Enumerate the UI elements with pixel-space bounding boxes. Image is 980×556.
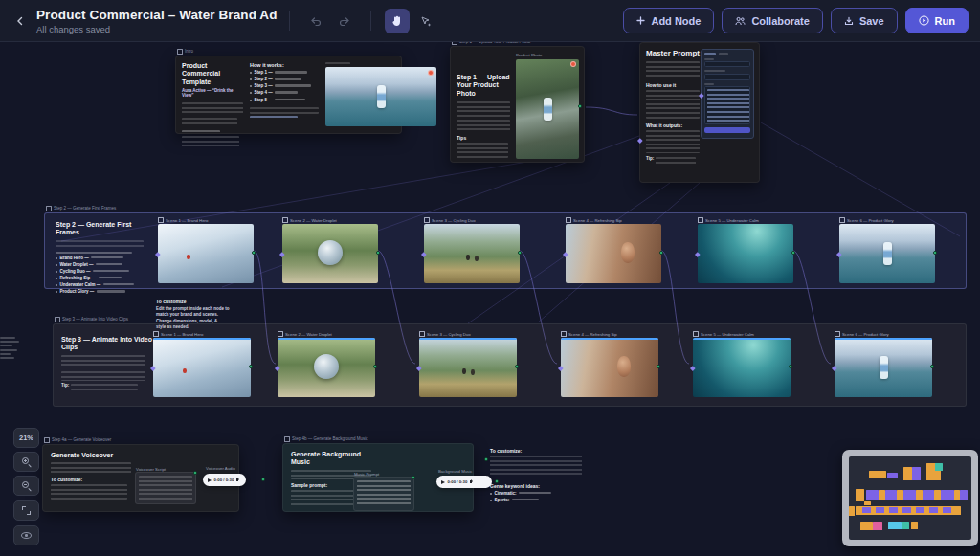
output-port[interactable] [261, 478, 265, 481]
output-port[interactable] [933, 251, 937, 255]
how-step: Step 1 — [250, 71, 319, 76]
product-photo-image[interactable] [516, 59, 579, 159]
play-icon[interactable] [441, 480, 445, 484]
magnifier-minus-icon [22, 481, 31, 490]
workflow-canvas[interactable]: Intro Product Commercial Template Aura A… [0, 42, 980, 556]
image-node-scene-6[interactable]: Scene 6 — Product Glory [839, 216, 935, 283]
how-to-use-heading: How to use it [646, 82, 702, 88]
image-node-scene-3[interactable]: Scene 3 — Cycling Duo [424, 216, 520, 283]
video-progress-bar[interactable] [835, 338, 932, 340]
volume-icon[interactable] [470, 479, 475, 484]
image-node-scene-1[interactable]: Scene 1 — Brand Hero [158, 216, 254, 283]
music-audio-player[interactable]: 0:00 / 0:30 [436, 476, 492, 488]
voiceover-audio-player[interactable]: 0:00 / 0:30 [203, 474, 246, 486]
zoom-level-indicator[interactable]: 21% [13, 428, 39, 448]
video-node-scene-3[interactable]: Scene 3 — Cycling Duo [419, 330, 517, 397]
input-port[interactable] [484, 457, 488, 461]
node-title: Scene 3 — Cycling Duo [419, 330, 517, 338]
video-progress-bar[interactable] [153, 338, 251, 340]
minimap-node-orange [911, 522, 918, 529]
image-node-scene-5[interactable]: Scene 5 — Underwater Calm [698, 216, 793, 283]
visibility-button[interactable] [13, 525, 39, 545]
node-title: Scene 3 — Cycling Duo [424, 216, 520, 224]
output-port[interactable] [789, 365, 792, 368]
panel-run-button[interactable] [704, 127, 750, 133]
tab-skeleton[interactable] [704, 53, 716, 56]
tips-heading: Tips [457, 135, 510, 141]
video-node-scene-2[interactable]: Scene 2 — Water Droplet [278, 330, 375, 397]
image-node-scene-2[interactable]: Scene 2 — Water Droplet [282, 216, 378, 283]
bold-line-skeleton [182, 130, 220, 133]
output-port[interactable] [249, 365, 253, 368]
zoom-out-button[interactable] [13, 476, 39, 496]
customize-heading: To customize: [490, 448, 593, 454]
customize-heading: To customize: [51, 477, 135, 482]
collaborate-label: Collaborate [751, 15, 810, 27]
minimap-node-purple [943, 507, 951, 513]
play-icon[interactable] [208, 478, 212, 482]
video-progress-bar[interactable] [419, 338, 517, 340]
output-port[interactable] [373, 365, 377, 368]
minimap-viewport[interactable] [849, 456, 971, 540]
output-port[interactable] [193, 471, 197, 475]
minimap-node-orange [860, 522, 873, 530]
template-preview-image[interactable] [325, 67, 436, 126]
output-port[interactable] [515, 365, 519, 368]
audio-time: 0:00 / 0:30 [448, 479, 468, 484]
video-progress-bar[interactable] [278, 338, 375, 340]
video-node-scene-5[interactable]: Scene 5 — Underwater Calm [693, 330, 791, 397]
undo-button[interactable] [303, 9, 328, 33]
video-progress-bar[interactable] [561, 338, 658, 340]
music-prompt-node[interactable]: Music Prompt [353, 477, 414, 511]
output-port[interactable] [930, 365, 934, 368]
video-node-scene-4[interactable]: Scene 4 — Refreshing Sip [561, 330, 658, 397]
paragraph-skeleton [56, 240, 144, 249]
back-button[interactable] [8, 9, 33, 33]
template-intro-card[interactable]: Intro Product Commercial Template Aura A… [175, 56, 402, 134]
image-thumbnail [566, 224, 661, 283]
video-node-scene-6[interactable]: Scene 6 — Product Glory [835, 330, 932, 397]
image-node-scene-4[interactable]: Scene 4 — Refreshing Sip [566, 216, 661, 283]
model-select[interactable] [704, 61, 750, 67]
output-port[interactable] [518, 251, 522, 255]
tab-skeleton[interactable] [719, 53, 728, 56]
step1-photo: Product Photo [516, 53, 579, 156]
music-card[interactable]: Step 4b — Generate Background Music Gene… [282, 443, 474, 512]
output-port[interactable] [578, 104, 582, 108]
output-port[interactable] [495, 479, 499, 483]
zoom-in-button[interactable] [13, 452, 39, 472]
redo-button[interactable] [332, 9, 357, 33]
video-thumbnail [835, 338, 932, 397]
minimap-node-orange [849, 506, 855, 516]
input-port[interactable] [637, 138, 642, 143]
add-node-button[interactable]: Add Node [623, 8, 714, 33]
output-port[interactable] [657, 365, 660, 368]
voiceover-card[interactable]: Step 4a — Generate Voiceover Generate Vo… [42, 444, 239, 512]
output-port[interactable] [252, 251, 256, 255]
run-label: Run [935, 15, 955, 27]
prompt-textarea[interactable] [704, 86, 750, 124]
video-progress-bar[interactable] [693, 338, 791, 340]
master-prompt-card[interactable]: Master Prompt How to use it What it outp… [639, 42, 760, 183]
smart-select-tool-button[interactable] [413, 9, 438, 33]
hand-tool-button[interactable] [385, 9, 410, 33]
prompt-node-panel[interactable] [701, 49, 754, 139]
collaborate-button[interactable]: Collaborate [722, 8, 823, 33]
output-port[interactable] [791, 251, 795, 255]
video-node-scene-1[interactable]: Scene 1 — Brand Hero [153, 330, 251, 397]
step1-upload-card[interactable]: Step 1 — Upload Your Product Photo Step … [450, 46, 585, 163]
minimap[interactable] [842, 450, 978, 546]
voiceover-text-column: Generate Voiceover To customize: [51, 452, 135, 500]
output-port[interactable] [412, 476, 415, 479]
volume-icon[interactable] [236, 478, 241, 482]
output-port[interactable] [376, 251, 380, 255]
output-port[interactable] [659, 251, 663, 255]
save-button[interactable]: Save [831, 8, 898, 33]
people-icon [735, 16, 746, 26]
custom-prompt-input[interactable] [704, 74, 750, 80]
voiceover-script-node[interactable]: Voiceover Script [135, 472, 196, 504]
paragraph-skeleton [182, 118, 237, 126]
paragraph-skeleton [61, 371, 145, 381]
fit-view-button[interactable] [13, 500, 39, 521]
run-button[interactable]: Run [905, 8, 969, 33]
